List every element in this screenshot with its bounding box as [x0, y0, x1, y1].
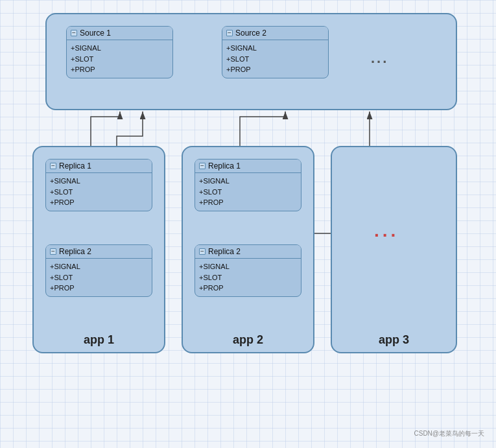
source2-member-2: +PROP	[226, 64, 324, 75]
app2-replica1-box: − Replica 1 +SIGNAL +SLOT +PROP	[195, 159, 301, 211]
app3-group: ··· app 3	[331, 146, 457, 353]
app1-r1-m1: +SLOT	[50, 187, 148, 198]
watermark: CSDN@老菜鸟的每一天	[414, 429, 485, 438]
app2-r1-m0: +SIGNAL	[199, 176, 297, 187]
app1-r2-m0: +SIGNAL	[50, 261, 148, 272]
app3-dots: ···	[374, 225, 399, 246]
app1-replica2-body: +SIGNAL +SLOT +PROP	[46, 259, 152, 296]
app1-replica1-collapse-icon[interactable]: −	[50, 163, 56, 169]
source2-member-1: +SLOT	[226, 54, 324, 65]
app2-replica1-collapse-icon[interactable]: −	[199, 163, 206, 169]
app2-replica1-header: − Replica 1	[195, 159, 301, 173]
source1-body: +SIGNAL +SLOT +PROP	[67, 40, 172, 78]
app1-replica1-title: Replica 1	[59, 161, 91, 171]
source1-box: − Source 1 +SIGNAL +SLOT +PROP	[66, 26, 173, 78]
source1-collapse-icon[interactable]: −	[71, 30, 77, 36]
app2-replica2-title: Replica 2	[208, 247, 241, 256]
top-group-dots: ...	[371, 50, 388, 67]
app2-group: − Replica 1 +SIGNAL +SLOT +PROP − Replic…	[182, 146, 314, 353]
app1-r2-m1: +SLOT	[50, 272, 148, 283]
app2-r2-m2: +PROP	[199, 283, 297, 294]
app2-replica2-header: − Replica 2	[195, 245, 301, 259]
app2-r1-m2: +PROP	[199, 197, 297, 208]
app1-replica1-header: − Replica 1	[46, 159, 152, 173]
app2-replica1-title: Replica 1	[208, 161, 241, 171]
app2-replica2-collapse-icon[interactable]: −	[199, 248, 206, 255]
source1-member-0: +SIGNAL	[71, 43, 169, 54]
app1-label: app 1	[34, 333, 164, 347]
app2-replica2-box: − Replica 2 +SIGNAL +SLOT +PROP	[195, 244, 301, 297]
source2-box: − Source 2 +SIGNAL +SLOT +PROP	[222, 26, 329, 78]
source2-collapse-icon[interactable]: −	[226, 30, 233, 36]
app1-replica2-title: Replica 2	[59, 247, 91, 256]
sources-group: − Source 1 +SIGNAL +SLOT +PROP − Source …	[45, 13, 457, 110]
app1-replica2-collapse-icon[interactable]: −	[50, 248, 56, 255]
app2-r1-m1: +SLOT	[199, 187, 297, 198]
source2-member-0: +SIGNAL	[226, 43, 324, 54]
source1-member-2: +PROP	[71, 64, 169, 75]
app2-label: app 2	[183, 333, 313, 347]
app1-replica1-body: +SIGNAL +SLOT +PROP	[46, 173, 152, 211]
source1-title: Source 1	[80, 29, 111, 38]
source1-member-1: +SLOT	[71, 54, 169, 65]
diagram-container: − Source 1 +SIGNAL +SLOT +PROP − Source …	[6, 6, 490, 441]
app1-replica2-header: − Replica 2	[46, 245, 152, 259]
app1-group: − Replica 1 +SIGNAL +SLOT +PROP − Replic…	[32, 146, 165, 353]
app1-r1-m0: +SIGNAL	[50, 176, 148, 187]
app1-replica1-box: − Replica 1 +SIGNAL +SLOT +PROP	[45, 159, 152, 211]
app2-replica2-body: +SIGNAL +SLOT +PROP	[195, 259, 301, 296]
app1-r2-m2: +PROP	[50, 283, 148, 294]
app1-r1-m2: +PROP	[50, 197, 148, 208]
source2-body: +SIGNAL +SLOT +PROP	[222, 40, 328, 78]
app1-replica2-box: − Replica 2 +SIGNAL +SLOT +PROP	[45, 244, 152, 297]
app2-replica1-body: +SIGNAL +SLOT +PROP	[195, 173, 301, 211]
source2-header: − Source 2	[222, 27, 328, 40]
source1-header: − Source 1	[67, 27, 172, 40]
source2-title: Source 2	[235, 29, 266, 38]
app2-r2-m0: +SIGNAL	[199, 261, 297, 272]
app3-label: app 3	[332, 333, 456, 347]
app2-r2-m1: +SLOT	[199, 272, 297, 283]
